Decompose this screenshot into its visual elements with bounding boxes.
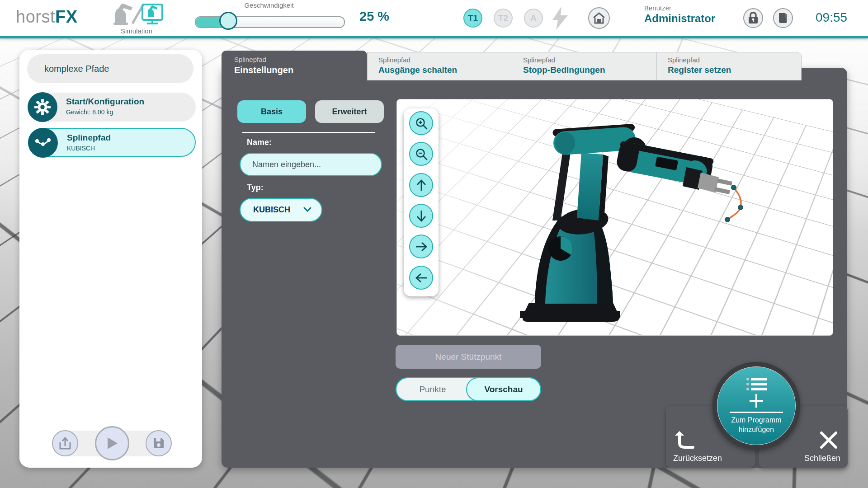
add-to-program-inner: Zum Programm hinzufügen [717,366,796,445]
simulation-toggle[interactable]: Simulation [108,2,165,35]
speed-value: 25 % [359,9,389,24]
typ-value: KUBISCH [253,205,290,214]
book-icon [778,12,788,24]
robot-gripper-finger [714,187,730,194]
logo-part2: FX [55,7,78,26]
robot-gripper-finger [717,178,732,186]
pan-left-button[interactable] [409,266,433,290]
spline-icon-badge [28,128,58,158]
view-mode-toggle: Punkte Vorschau [396,377,541,401]
pan-down-button[interactable] [409,204,433,228]
play-button[interactable] [95,426,129,460]
spline-waypoint [731,185,736,190]
close-label: Schließen [804,454,840,463]
vorschau-toggle-button[interactable]: Vorschau [466,377,541,401]
pan-up-button[interactable] [409,173,433,197]
mode-t2-button[interactable]: T2 [494,9,513,28]
new-support-point-button[interactable]: Neuer Stützpunkt [396,345,541,369]
save-button[interactable] [146,430,172,456]
sidebar-toolbar [53,431,170,456]
tab-ausgaenge-schalten[interactable]: Splinepfad Ausgänge schalten [367,52,512,80]
speed-slider[interactable] [195,16,345,28]
erweitert-tab-button[interactable]: Erweitert [315,100,384,123]
add-to-program-label: Zum Programm hinzufügen [726,416,787,435]
user-name: Administrator [644,12,715,25]
undo-icon [675,431,697,450]
arrow-down-icon [415,210,428,222]
form-divider [242,132,375,133]
gear-icon [34,99,51,116]
lock-icon [748,12,758,24]
sidebar-item-title: Start/Konfiguration [66,97,144,107]
app-logo: horstFX [16,7,78,27]
spline-path [728,188,741,219]
circle-divider [730,412,783,413]
save-icon [153,437,165,449]
zoom-out-button[interactable] [409,142,433,166]
robot-arm-model [397,99,833,336]
arrow-up-icon [415,179,428,192]
tab-stopp-bedingungen[interactable]: Splinepfad Stopp-Bedingungen [512,52,657,80]
zoom-in-icon [415,117,428,130]
tab-category: Splinepfad [668,56,801,64]
sidebar-item-start-konfiguration[interactable]: Start/Konfiguration Gewicht: 8.00 kg [28,93,196,122]
tab-label: Einstellungen [234,65,367,75]
close-icon [820,431,838,449]
clock: 09:55 [816,10,847,25]
add-to-program-button[interactable]: Zum Programm hinzufügen [712,362,800,450]
arrow-right-icon [415,240,428,253]
reset-label: Zurücksetzen [673,454,722,463]
tab-register-setzen[interactable]: Splinepfad Register setzen [656,52,802,80]
pan-right-button[interactable] [409,235,433,258]
program-list-icon [746,377,767,391]
simulation-icon [109,2,164,26]
robot-base-plate [523,303,619,322]
spline-waypoint [738,205,743,210]
tab-label: Register setzen [668,65,801,75]
play-icon [106,436,118,450]
lock-button[interactable] [743,8,763,28]
typ-label: Typ: [247,183,264,192]
zoom-in-button[interactable] [409,111,433,135]
header-bar: horstFX Simulation Geschwindigkeit [0,0,868,38]
home-icon [593,12,605,24]
sidebar-item-text: Start/Konfiguration Gewicht: 8.00 kg [66,97,144,116]
basis-tab-button[interactable]: Basis [237,100,306,123]
zoom-out-icon [415,148,428,160]
program-sidebar: komplexe Pfade [19,50,202,468]
sidebar-item-splinepfad[interactable]: Splinepfad KUBISCH [28,128,196,157]
sidebar-item-text: Splinepfad KUBISCH [67,133,111,152]
viewport-controls [404,108,439,296]
app-root: horstFX Simulation Geschwindigkeit [0,0,868,488]
tab-category: Splinepfad [378,56,512,64]
spline-waypoint [725,217,730,222]
tab-label: Ausgänge schalten [378,65,512,75]
mode-a-button[interactable]: A [524,9,543,28]
manual-button[interactable] [773,8,793,28]
robot-lower-arm [577,153,603,221]
speed-slider-handle[interactable] [219,12,237,30]
name-label: Name: [247,138,272,147]
tab-label: Stopp-Bedingungen [523,65,656,75]
arrow-left-icon [415,272,428,284]
spline-icon [34,134,52,152]
typ-select[interactable]: KUBISCH [240,198,322,222]
name-input[interactable] [240,153,382,176]
gear-icon-badge [28,92,57,122]
tab-category: Splinepfad [523,56,656,64]
chevron-down-icon [303,207,311,212]
robot-3d-viewport[interactable] [396,99,833,336]
tab-category: Splinepfad [234,56,367,63]
power-lightning-icon [552,6,568,30]
program-title: komplexe Pfade [27,54,193,83]
punkte-toggle-button[interactable]: Punkte [396,378,469,400]
home-button[interactable] [588,7,610,29]
mode-t1-button[interactable]: T1 [463,9,482,28]
user-label: Benutzer [644,4,671,12]
sidebar-item-title: Splinepfad [67,133,111,143]
export-icon [59,437,71,450]
tab-einstellungen[interactable]: Splinepfad Einstellungen [222,51,367,84]
plus-icon [749,393,764,408]
export-button[interactable] [52,430,78,456]
sidebar-item-subtitle: KUBISCH [67,145,111,152]
